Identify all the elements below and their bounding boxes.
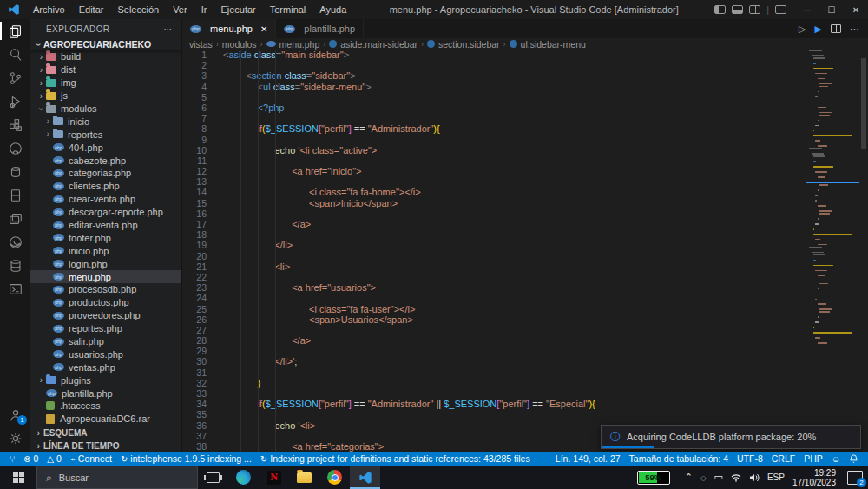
speaker-icon[interactable] (749, 473, 760, 482)
tree-item-build[interactable]: ›build (30, 50, 181, 63)
code-line[interactable]: </a> (214, 219, 868, 229)
battery-icon[interactable]: ▭ (714, 472, 723, 483)
tree-item-proveedores-php[interactable]: proveedores.php (30, 309, 181, 322)
line-number[interactable]: 2 (182, 60, 207, 70)
line-number[interactable]: 19 (182, 240, 207, 250)
menu-ver[interactable]: Ver (166, 0, 194, 19)
activitybar-account-icon[interactable]: 1 (0, 403, 30, 426)
netflix-button[interactable]: N (259, 466, 289, 489)
menu-ir[interactable]: Ir (194, 0, 214, 19)
line-number[interactable]: 10 (182, 145, 207, 155)
more-actions-icon[interactable]: ⋯ (850, 23, 859, 35)
activitybar-remote-windows-icon[interactable] (0, 207, 30, 230)
line-number[interactable]: 21 (182, 261, 207, 272)
menu-ejecutar[interactable]: Ejecutar (214, 0, 262, 19)
code-line[interactable] (214, 388, 868, 399)
tree-item-js[interactable]: ›js (30, 89, 181, 102)
line-number[interactable]: 4 (182, 82, 207, 92)
code-line[interactable] (214, 92, 868, 102)
code-line[interactable]: } (214, 378, 868, 388)
code-line[interactable]: <span>Usuarios</span> (214, 314, 868, 325)
code-line[interactable]: <a href="usuarios"> (214, 282, 868, 293)
line-number[interactable]: 20 (182, 251, 207, 261)
statusbar-bell[interactable] (845, 452, 863, 466)
line-number[interactable]: 25 (182, 304, 207, 314)
scrollbar-thumb[interactable] (861, 58, 866, 149)
activitybar-github-icon[interactable] (0, 136, 30, 160)
statusbar-errors[interactable]: ⊗0 (19, 452, 43, 466)
workspace-root-folder[interactable]: › AGROPECUARIACHEKO (30, 38, 181, 50)
activitybar-explorer-icon[interactable] (0, 19, 30, 43)
menu-terminal[interactable]: Terminal (263, 0, 313, 19)
battery-percentage-widget[interactable]: 59% (637, 471, 670, 485)
code-line[interactable]: <a href="inicio"> (214, 166, 868, 176)
code-line[interactable]: </li> (214, 240, 868, 250)
line-number[interactable]: 31 (182, 367, 207, 378)
code-line[interactable]: <ul class="sidebar-menu"> (214, 82, 868, 92)
code-line[interactable]: echo '<li class="active"> (214, 145, 868, 155)
activitybar-database-icon[interactable] (0, 254, 30, 277)
code-line[interactable]: <i class="fa fa-home"></i> (214, 187, 868, 197)
taskbar-search-box[interactable]: ⌕ Buscar (36, 466, 198, 489)
breadcrumb-item[interactable]: section.sidebar (438, 39, 500, 50)
maximize-button[interactable]: ☐ (819, 0, 844, 19)
tree-item-descargar-reporte-php[interactable]: descargar-reporte.php (30, 206, 181, 219)
line-number[interactable]: 7 (182, 113, 207, 123)
tree-item-dist[interactable]: ›dist (30, 63, 181, 76)
tree-item-inicio[interactable]: ›inicio (30, 115, 181, 128)
line-number[interactable]: 23 (182, 282, 207, 293)
activitybar-edge-browser-icon[interactable] (0, 230, 30, 254)
tab-plantilla-php[interactable]: plantilla.php (276, 19, 364, 38)
code-line[interactable] (214, 409, 868, 420)
vscode-taskbar-button[interactable] (350, 466, 380, 489)
tree-item-footer-php[interactable]: footer.php (30, 231, 181, 244)
code-line[interactable] (214, 155, 868, 166)
tree-item-procesosdb-php[interactable]: procesosdb.php (30, 283, 181, 296)
line-number[interactable]: 35 (182, 409, 207, 420)
line-number[interactable]: 9 (182, 135, 207, 145)
tree-item-modulos[interactable]: ›modulos (30, 102, 181, 116)
line-number[interactable]: 8 (182, 123, 207, 134)
line-number[interactable]: 33 (182, 388, 207, 399)
menu-editar[interactable]: Editar (72, 0, 111, 19)
customize-layout-icon[interactable] (775, 5, 786, 14)
line-number[interactable]: 36 (182, 420, 207, 431)
explorer-more-actions-icon[interactable]: ⋯ (164, 24, 173, 34)
start-button[interactable] (0, 466, 36, 489)
activitybar-extensions-icon[interactable] (0, 113, 30, 136)
code-line[interactable]: </a> (214, 335, 868, 346)
tree-item-reportes[interactable]: ›reportes (30, 128, 181, 141)
run-php-icon[interactable]: ▷ (799, 23, 806, 35)
statusbar-spin[interactable]: ↻Indexing project for definitions and st… (256, 452, 535, 466)
minimap[interactable] (806, 50, 859, 452)
line-number[interactable]: 38 (182, 441, 207, 452)
breadcrumb-item[interactable]: ul.sidebar-menu (521, 39, 586, 50)
task-view-button[interactable] (198, 466, 228, 489)
minimize-button[interactable]: ─ (795, 0, 819, 19)
tree-item-clientes-php[interactable]: clientes.php (30, 180, 181, 193)
tree-item-404-php[interactable]: 404.php (30, 141, 181, 154)
toggle-secondary-sidebar-icon[interactable] (749, 5, 760, 14)
activitybar-source-control-icon[interactable] (0, 66, 30, 89)
code-line[interactable] (214, 113, 868, 123)
activitybar-terminal-icon[interactable] (0, 277, 30, 301)
activitybar-settings-icon[interactable] (0, 426, 30, 450)
notification-toast[interactable]: ⓘ Acquiring CodeLLDB platform package: 2… (601, 425, 861, 449)
menu-selección[interactable]: Selección (110, 0, 166, 19)
code-line[interactable]: <?php (214, 102, 868, 113)
code-line[interactable]: <span>Inicio</span> (214, 198, 868, 208)
code-line[interactable] (214, 325, 868, 335)
line-number[interactable]: 22 (182, 272, 207, 282)
line-number[interactable]: 13 (182, 176, 207, 187)
line-number[interactable]: 15 (182, 198, 207, 208)
code-content[interactable]: <aside class="main-sidebar"><section cla… (214, 50, 868, 452)
tree-item--htaccess[interactable]: .htaccess (30, 400, 181, 413)
tree-item-categorias-php[interactable]: categorias.php (30, 167, 181, 180)
code-line[interactable] (214, 367, 868, 378)
run-blue-icon[interactable]: ▶ (815, 23, 822, 35)
line-number[interactable]: 11 (182, 155, 207, 166)
line-number[interactable]: 28 (182, 335, 207, 346)
line-number[interactable]: 32 (182, 378, 207, 388)
activitybar-container-icon[interactable] (0, 160, 30, 183)
tree-item-AgropecuariaDC6-rar[interactable]: AgropecuariaDC6.rar (30, 413, 181, 426)
